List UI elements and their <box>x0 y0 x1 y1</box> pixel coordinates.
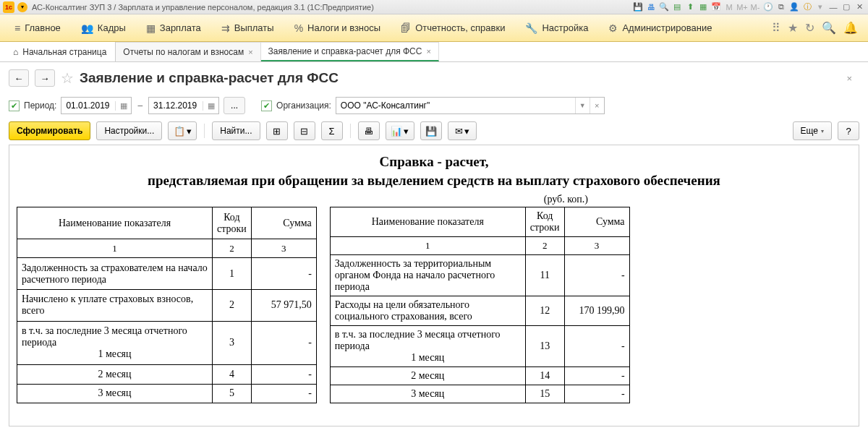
print-button[interactable]: 🖶 <box>358 121 380 140</box>
menu-label: Администрирование <box>622 22 712 33</box>
date-separator: – <box>136 100 144 111</box>
table-row: 3 месяц15- <box>330 385 629 403</box>
m-plus-icon[interactable]: M+ <box>736 1 748 13</box>
page-close-icon[interactable]: × <box>846 73 859 84</box>
save-button[interactable]: 💾 <box>420 121 442 140</box>
cell-name: 2 месяц <box>17 365 213 385</box>
menu-label: Налоги и взносы <box>307 22 380 33</box>
variants-button[interactable]: 📋▾ <box>168 121 197 140</box>
table-row: Задолженность за страхователем на начало… <box>17 258 317 290</box>
menu-label: Зарплата <box>160 22 201 33</box>
calendar-icon[interactable]: ▦ <box>115 101 131 111</box>
org-checkbox[interactable]: ✔ <box>261 100 272 111</box>
report-scroll[interactable]: Справка - расчет, представляемая при обр… <box>9 145 859 426</box>
tab-close-icon[interactable]: × <box>248 48 252 56</box>
tab-fss-statement[interactable]: Заявление и справка-расчет для ФСС × <box>261 42 439 61</box>
chart-button[interactable]: 📊▾ <box>386 121 414 140</box>
more-button[interactable]: Еще▾ <box>793 121 832 140</box>
menu-label: Настройка <box>542 22 588 33</box>
tab-label: Заявление и справка-расчет для ФСС <box>268 46 422 56</box>
menu-admin[interactable]: ⚙Администрирование <box>598 18 722 38</box>
help-button[interactable]: ? <box>838 121 859 140</box>
date-to-field[interactable]: ▦ <box>148 97 219 114</box>
cell-code: 11 <box>525 255 564 296</box>
history-icon[interactable]: ↻ <box>805 21 814 35</box>
org-input[interactable] <box>336 98 575 113</box>
minimize-icon[interactable]: — <box>827 1 839 13</box>
menu-reports[interactable]: 🗐Отчетность, справки <box>391 18 515 38</box>
th-code: Код строки <box>525 207 564 237</box>
menu-label: Выплаты <box>234 22 274 33</box>
cell-sum: - <box>564 367 629 385</box>
email-button[interactable]: ✉▾ <box>448 121 477 140</box>
calendar-icon[interactable]: ▦ <box>203 101 218 111</box>
table-row: Начислено к уплате страховых взносов, вс… <box>17 289 317 321</box>
menu-label: Отчетность, справки <box>415 22 505 33</box>
print-icon[interactable]: 🖶 <box>645 1 657 13</box>
cell-code: 4 <box>213 365 252 385</box>
search-icon[interactable]: 🔍 <box>822 21 836 35</box>
menu-settings[interactable]: 🔧Настройка <box>515 18 598 38</box>
colnum: 2 <box>213 239 252 258</box>
menu-payments[interactable]: ⇉Выплаты <box>211 18 284 38</box>
th-sum: Сумма <box>564 207 629 237</box>
app-logo: 1c <box>3 1 14 13</box>
wrench-icon: 🔧 <box>525 22 537 34</box>
sum-button[interactable]: Σ <box>321 121 343 140</box>
org-label: Организация: <box>276 100 331 111</box>
date-from-field[interactable]: ▦ <box>61 97 132 114</box>
org-field[interactable]: ▼ × <box>336 97 605 114</box>
cell-code: 15 <box>525 385 564 403</box>
period-more-button[interactable]: ... <box>224 97 245 114</box>
menu-personnel[interactable]: 👥Кадры <box>71 18 136 38</box>
tab-close-icon[interactable]: × <box>426 47 430 56</box>
date-from-input[interactable] <box>61 100 115 111</box>
menu-salary[interactable]: ▦Зарплата <box>136 18 211 38</box>
favorite-star-icon[interactable]: ☆ <box>61 69 74 87</box>
menu-taxes[interactable]: %Налоги и взносы <box>284 18 391 38</box>
clock-icon[interactable]: 🕐 <box>762 1 774 13</box>
collapse-button[interactable]: ⊟ <box>294 121 315 140</box>
maximize-icon[interactable]: ▢ <box>841 1 852 13</box>
menu-main[interactable]: ≡Главное <box>4 18 71 38</box>
nav-back-button[interactable]: ← <box>9 69 29 87</box>
period-checkbox[interactable]: ✔ <box>9 100 20 111</box>
find-button[interactable]: Найти... <box>212 121 260 140</box>
bell-icon[interactable]: 🔔 <box>843 21 858 35</box>
preview-icon[interactable]: 🔍 <box>658 1 670 13</box>
info-icon[interactable]: ⓘ <box>801 1 813 13</box>
user-icon[interactable]: 👤 <box>788 1 800 13</box>
date-to-input[interactable] <box>149 100 203 111</box>
calendar-icon[interactable]: ▦ <box>697 1 709 13</box>
schedule-icon[interactable]: 📅 <box>710 1 722 13</box>
close-icon[interactable]: ✕ <box>854 1 865 13</box>
button-label: Найти... <box>220 126 252 136</box>
calc-icon[interactable]: ▤ <box>671 1 683 13</box>
m-minus-icon[interactable]: M- <box>749 1 761 13</box>
tab-tax-reports[interactable]: Отчеты по налогам и взносам × <box>116 42 260 61</box>
home-tab[interactable]: ⌂ Начальная страница <box>4 42 116 61</box>
save-icon[interactable]: 💾 <box>632 1 644 13</box>
apps-icon[interactable]: ⠿ <box>772 21 780 35</box>
app-menu-dropdown[interactable]: ▾ <box>17 2 27 12</box>
cell-name: в т.ч. за последние 3 месяца отчетного п… <box>330 326 525 367</box>
cell-name: 2 месяц <box>330 367 525 385</box>
table-row: 2 месяц4- <box>17 365 317 385</box>
table-row: в т.ч. за последние 3 месяца отчетного п… <box>17 321 317 365</box>
button-label: Сформировать <box>17 126 82 136</box>
cell-name: 3 месяц <box>330 385 525 403</box>
form-button[interactable]: Сформировать <box>9 121 90 140</box>
window-icon[interactable]: ⧉ <box>775 1 787 13</box>
expand-button[interactable]: ⊞ <box>266 121 288 140</box>
settings-button[interactable]: Настройки... <box>96 121 162 140</box>
m-icon[interactable]: M <box>723 1 735 13</box>
separator <box>204 124 205 138</box>
period-label: Период: <box>24 100 56 111</box>
table-row: Задолженность за территориальным органом… <box>330 255 629 296</box>
nav-forward-button[interactable]: → <box>35 69 55 87</box>
star-icon[interactable]: ★ <box>788 21 798 35</box>
dropdown-icon[interactable]: ▾ <box>814 1 826 13</box>
export-icon[interactable]: ⬆ <box>684 1 696 13</box>
dropdown-icon[interactable]: ▼ <box>575 98 590 113</box>
clear-icon[interactable]: × <box>590 98 604 113</box>
